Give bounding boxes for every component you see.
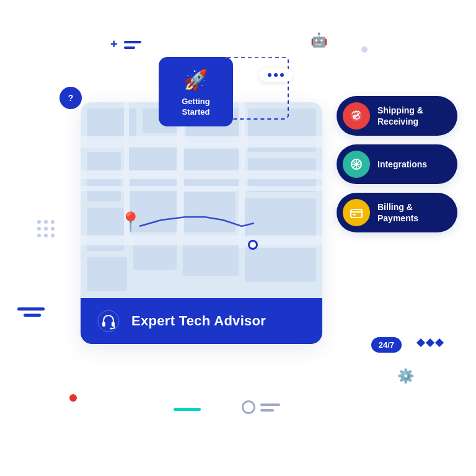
decorative-line-left-2 (24, 314, 41, 317)
service-card-billing[interactable]: Billing &Payments (337, 193, 457, 232)
decorative-teal-line (174, 408, 201, 411)
svg-rect-27 (112, 322, 115, 327)
decorative-line-left-1 (17, 307, 45, 311)
svg-rect-26 (102, 322, 105, 327)
line-2 (124, 46, 135, 49)
line-1 (124, 41, 141, 43)
diamond-1 (416, 338, 425, 347)
svg-rect-17 (245, 248, 316, 282)
svg-rect-13 (242, 198, 316, 242)
svg-rect-8 (183, 149, 242, 186)
map-background: 📍 Expert Tech Advisor (81, 102, 322, 344)
svg-rect-12 (183, 192, 236, 232)
diamond-3 (435, 338, 444, 347)
map-card: 📍 Expert Tech Advisor (81, 102, 322, 344)
billing-icon-circle (343, 199, 370, 226)
getting-started-card[interactable]: 🚀 Getting Started (159, 57, 233, 126)
headset-icon (95, 308, 121, 334)
svg-rect-18 (81, 136, 322, 148)
robot-icon: 🤖 (311, 32, 327, 48)
question-icon: ? (60, 87, 82, 109)
shipping-icon-circle (343, 102, 370, 130)
destination-circle (248, 240, 258, 250)
svg-rect-31 (351, 209, 362, 218)
dot-2 (274, 73, 278, 77)
main-scene: + 🤖 ? 🚀 Getting Started (0, 0, 476, 476)
service-cards-container: Shipping &Receiving Integrations Bill (337, 96, 457, 232)
expert-label: Expert Tech Advisor (131, 313, 266, 329)
badge-247: 24/7 (371, 337, 402, 353)
shipping-label: Shipping &Receiving (377, 105, 423, 127)
rocket-icon: 🚀 (183, 68, 208, 92)
getting-started-label: Getting Started (172, 97, 219, 118)
dots-bubble (259, 68, 293, 82)
decorative-dots-grid (37, 220, 55, 237)
decorative-circle-bottom (242, 400, 255, 414)
svg-rect-14 (87, 257, 127, 291)
decorative-diamonds (418, 340, 443, 346)
small-circle-tr (361, 46, 368, 53)
svg-rect-20 (81, 186, 322, 191)
diamond-2 (426, 338, 434, 347)
expert-tech-bar[interactable]: Expert Tech Advisor (81, 298, 322, 344)
plus-icon: + (110, 37, 118, 51)
decorative-eq-lines (260, 403, 280, 412)
integrations-icon-circle (343, 151, 370, 178)
decorative-lines-top (124, 41, 141, 49)
dot-3 (280, 73, 284, 77)
svg-point-25 (98, 311, 119, 332)
eq-line-1 (260, 403, 280, 406)
gear-icon: ⚙️ (397, 368, 414, 384)
svg-rect-21 (81, 236, 322, 245)
service-card-shipping[interactable]: Shipping &Receiving (337, 96, 457, 136)
dot-1 (268, 73, 271, 77)
map-pin: 📍 (119, 211, 142, 232)
svg-rect-32 (353, 214, 356, 216)
svg-point-28 (110, 328, 112, 330)
eq-line-2 (260, 409, 274, 412)
integrations-label: Integrations (377, 159, 427, 170)
service-card-integrations[interactable]: Integrations (337, 144, 457, 184)
svg-rect-19 (81, 170, 322, 179)
decorative-red-dot (69, 394, 77, 402)
billing-label: Billing &Payments (377, 201, 418, 224)
